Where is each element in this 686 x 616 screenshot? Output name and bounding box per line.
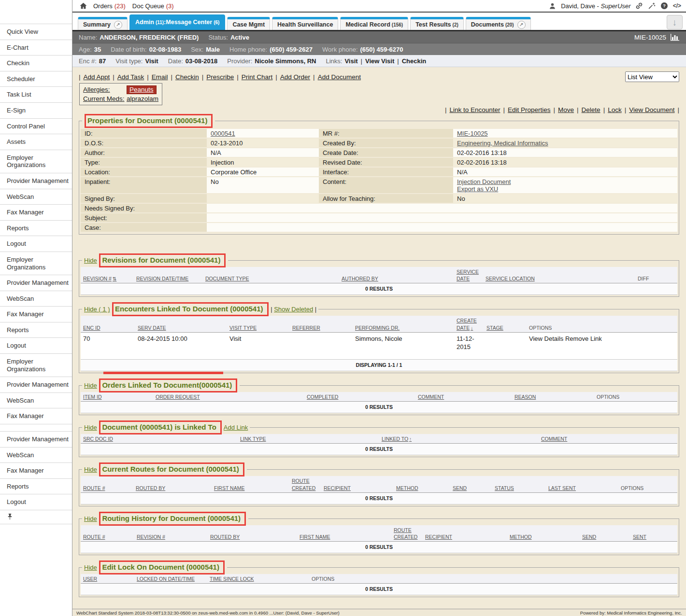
add-document-link[interactable]: Add Document (318, 73, 361, 81)
export-as-vxu-link[interactable]: Export as VXU (457, 185, 673, 193)
col-referrer[interactable]: REFERRER (292, 324, 355, 331)
sidebar-item-reports[interactable]: Reports (0, 479, 72, 495)
move-link[interactable]: Move (558, 106, 574, 113)
allergies-link[interactable]: Allergies: (83, 86, 127, 93)
sidebar-item-fax-manager[interactable]: Fax Manager (0, 463, 72, 479)
delete-link[interactable]: Delete (582, 106, 600, 113)
tab-admin-message-center[interactable]: Admin (11) :Message Center (6) (129, 14, 225, 30)
col-revision-datetime[interactable]: REVISION DATE/TIME (136, 275, 205, 282)
col-route-created[interactable]: ROUTE CREATED (394, 527, 425, 540)
link-to-encounter-link[interactable]: Link to Encounter (449, 106, 500, 113)
popout-icon[interactable]: ↗ (517, 21, 526, 29)
col-performing-dr[interactable]: PERFORMING DR. (355, 324, 457, 331)
remove-link-link[interactable]: Remove Link (565, 335, 602, 342)
col-last-sent[interactable]: LAST SENT (548, 485, 621, 491)
home-icon[interactable] (79, 2, 87, 10)
col-stage[interactable]: STAGE (486, 324, 529, 331)
col-time-since-lock[interactable]: TIME SINCE LOCK (210, 575, 312, 582)
tab-health-surveillance[interactable]: Health Surveillance (272, 17, 338, 30)
col-locked-on[interactable]: LOCKED ON DATE/TIME (137, 575, 210, 582)
sidebar-item-fax-manager[interactable]: Fax Manager (0, 408, 72, 424)
hide-encounters-link[interactable]: Hide ( 1 ) (84, 306, 110, 313)
show-deleted-link[interactable]: Show Deleted (274, 306, 313, 313)
col-routed-by[interactable]: ROUTED BY (136, 485, 214, 491)
sidebar-item-e-chart[interactable]: E-Chart (0, 40, 72, 56)
sidebar-item-logout[interactable]: Logout (0, 494, 72, 510)
prop-mrn-link[interactable]: MIE-10025 (457, 130, 488, 137)
sidebar-item-quick-view[interactable]: Quick View (0, 24, 72, 40)
sidebar-item-provider-management[interactable]: Provider Management (0, 275, 72, 291)
col-sent[interactable]: SENT (633, 533, 675, 540)
col-method[interactable]: METHOD (510, 533, 582, 540)
sidebar-item-provider-management[interactable]: Provider Management (0, 432, 72, 448)
code-icon[interactable]: </> (673, 2, 681, 9)
hide-routes-link[interactable]: Hide (84, 466, 97, 473)
col-first-name[interactable]: FIRST NAME (214, 485, 292, 491)
prop-id-link[interactable]: 0000541 (211, 130, 235, 137)
link-checkin[interactable]: Checkin (402, 57, 427, 65)
col-revision-num[interactable]: REVISION # (137, 533, 210, 540)
col-route-num[interactable]: ROUTE # (83, 533, 137, 540)
sidebar-item-provider-management[interactable]: Provider Management (0, 377, 72, 393)
chart-stats-icon[interactable] (670, 34, 680, 41)
checkin-link[interactable]: Checkin (175, 73, 199, 81)
col-comment[interactable]: COMMENT (541, 435, 675, 442)
sidebar-item-control-panel[interactable]: Control Panel (0, 119, 72, 135)
sidebar-item-fax-manager[interactable]: Fax Manager (0, 205, 72, 221)
col-route-created[interactable]: ROUTE CREATED (292, 477, 324, 491)
tab-documents[interactable]: Documents (20) ↗ (466, 17, 531, 30)
hide-orders-link[interactable]: Hide (84, 382, 97, 389)
current-meds-value[interactable]: alprazolam (127, 95, 158, 102)
col-recipient[interactable]: RECIPIENT (425, 533, 510, 540)
col-enc-id[interactable]: ENC ID (83, 324, 138, 331)
hide-edit-lock-link[interactable]: Hide (84, 564, 97, 571)
sidebar-item-e-sign[interactable]: E-Sign (0, 103, 72, 119)
col-linked-to[interactable]: LINKED TO (382, 435, 541, 443)
sidebar-item-webscan[interactable]: WebScan (0, 189, 72, 205)
tab-case-mgmt[interactable]: Case Mgmt (227, 17, 270, 30)
sidebar-item-webscan[interactable]: WebScan (0, 448, 72, 463)
col-reason[interactable]: REASON (514, 393, 597, 400)
sidebar-item-fax-manager[interactable]: Fax Manager (0, 307, 72, 322)
view-document-link[interactable]: View Document (629, 106, 674, 113)
sidebar-item-task-list[interactable]: Task List (0, 87, 72, 103)
sidebar-item-checkin[interactable]: Checkin (0, 56, 72, 71)
link-icon[interactable] (635, 2, 643, 10)
wand-icon[interactable] (648, 2, 656, 10)
current-meds-link[interactable]: Current Meds: (83, 95, 127, 102)
help-icon[interactable]: ? (660, 2, 669, 10)
allergy-value[interactable]: Peanuts (127, 85, 157, 94)
col-method[interactable]: METHOD (396, 485, 453, 491)
nav-orders[interactable]: Orders (23) (93, 2, 126, 10)
prop-created-by-link[interactable]: Engineering, Medical Informatics (457, 140, 548, 147)
sidebar-item-employer-organizations[interactable]: Employer Organizations (0, 252, 72, 275)
col-authored-by[interactable]: AUTHORED BY (342, 275, 457, 282)
edit-properties-link[interactable]: Edit Properties (508, 106, 551, 113)
col-routed-by[interactable]: ROUTED BY (210, 533, 300, 540)
col-completed[interactable]: COMPLETED (307, 393, 418, 400)
col-comment[interactable]: COMMENT (418, 393, 514, 400)
col-visit-type[interactable]: VISIT TYPE (229, 324, 292, 331)
col-src-doc-id[interactable]: SRC DOC ID (83, 435, 240, 442)
add-link-link[interactable]: Add Link (224, 424, 248, 431)
add-task-link[interactable]: Add Task (117, 73, 144, 81)
lock-link[interactable]: Lock (608, 106, 622, 113)
print-chart-link[interactable]: Print Chart (242, 73, 273, 81)
col-order-request[interactable]: ORDER REQUEST (156, 393, 307, 400)
col-link-type[interactable]: LINK TYPE (240, 435, 382, 442)
col-send[interactable]: SEND (582, 533, 633, 540)
tab-medical-record[interactable]: Medical Record (156) (340, 17, 408, 30)
col-user[interactable]: USER (83, 575, 137, 582)
sidebar-item-webscan[interactable]: WebScan (0, 393, 72, 409)
sidebar-item-provider-management[interactable]: Provider Management (0, 173, 72, 189)
nav-doc-queue[interactable]: Doc Queue (3) (132, 2, 174, 10)
hide-history-link[interactable]: Hide (84, 515, 97, 522)
add-order-link[interactable]: Add Order (280, 73, 310, 81)
collapse-tabs-button[interactable]: ↓ (667, 15, 683, 29)
col-create-date[interactable]: CREATE DATE (457, 317, 486, 331)
link-visit[interactable]: Visit (344, 57, 357, 65)
link-view-visit[interactable]: View Visit (365, 57, 394, 65)
sidebar-item-reports[interactable]: Reports (0, 322, 72, 338)
prescribe-link[interactable]: Prescribe (206, 73, 234, 81)
sidebar-pin-toggle[interactable] (0, 510, 72, 524)
